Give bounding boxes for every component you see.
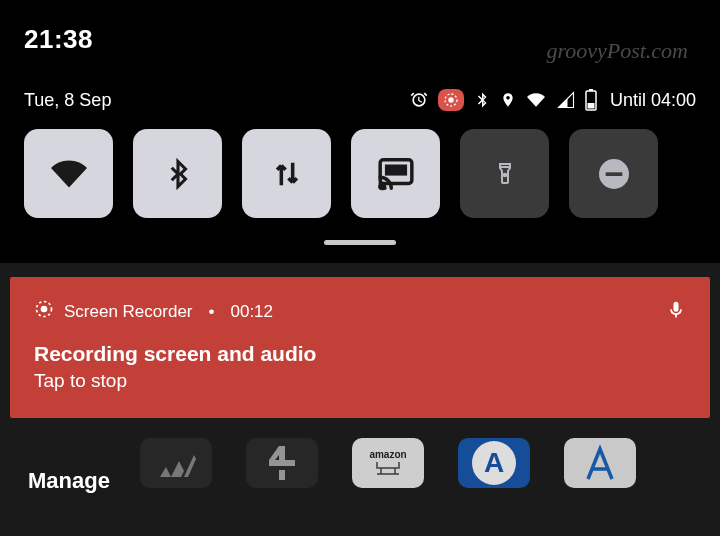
wifi-icon (525, 91, 547, 109)
notification-shade: 21:38 groovyPost.com Tue, 8 Sep (0, 0, 720, 263)
svg-point-1 (448, 97, 453, 102)
location-icon (500, 89, 516, 111)
until-label: Until 04:00 (610, 90, 696, 111)
notification-subtitle: Tap to stop (34, 370, 686, 392)
manage-button[interactable]: Manage (28, 468, 110, 494)
quick-settings-tiles (24, 129, 696, 218)
svg-rect-4 (587, 103, 594, 109)
notification-title: Recording screen and audio (34, 342, 686, 366)
app-icon-a-outline[interactable] (564, 438, 636, 488)
watermark: groovyPost.com (546, 38, 688, 64)
bottom-row: Manage amazon A (0, 418, 720, 488)
app-icon-channel4[interactable] (246, 438, 318, 488)
status-bar: Tue, 8 Sep Until 04:00 (24, 89, 696, 111)
svg-rect-15 (279, 470, 285, 480)
signal-icon (556, 91, 576, 109)
svg-rect-14 (269, 460, 295, 466)
notification-time: 00:12 (230, 302, 273, 322)
separator: • (209, 302, 215, 322)
svg-rect-3 (589, 89, 593, 91)
app-icon-amazon[interactable]: amazon (352, 438, 424, 488)
tile-bluetooth[interactable] (133, 129, 222, 218)
tile-flashlight[interactable] (460, 129, 549, 218)
alarm-icon (409, 90, 429, 110)
tile-wifi[interactable] (24, 129, 113, 218)
tile-cast[interactable] (351, 129, 440, 218)
tile-data[interactable] (242, 129, 331, 218)
app-icon-a-blue[interactable]: A (458, 438, 530, 488)
svg-point-12 (41, 306, 48, 313)
svg-rect-10 (605, 172, 622, 176)
date-label: Tue, 8 Sep (24, 90, 111, 111)
notification-app-name: Screen Recorder (64, 302, 193, 322)
tile-dnd[interactable] (569, 129, 658, 218)
screen-record-icon (34, 299, 54, 324)
svg-rect-7 (384, 164, 406, 175)
svg-point-8 (503, 173, 506, 176)
battery-icon (585, 89, 597, 111)
status-icons: Until 04:00 (409, 89, 696, 111)
app-drawer-row: amazon A (140, 438, 636, 488)
screen-record-icon (438, 89, 464, 111)
microphone-icon[interactable] (666, 297, 686, 327)
app-icon-adidas[interactable] (140, 438, 212, 488)
notification-screen-recorder[interactable]: Screen Recorder • 00:12 Recording screen… (10, 277, 710, 418)
notification-header: Screen Recorder • 00:12 (34, 299, 686, 324)
drag-handle[interactable] (324, 240, 396, 245)
bluetooth-icon (473, 90, 491, 110)
svg-point-6 (379, 184, 383, 188)
